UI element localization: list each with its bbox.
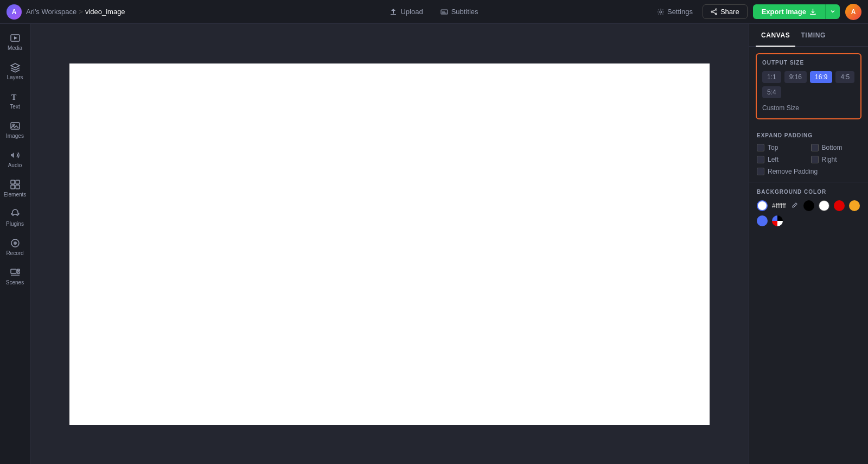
color-edit-button[interactable]	[790, 201, 799, 210]
breadcrumb: Ari's Workspace > video_image	[26, 8, 125, 16]
svg-line-8	[713, 12, 716, 13]
project-name[interactable]: video_image	[85, 8, 125, 16]
padding-left-label: Left	[768, 156, 778, 163]
background-color-section: BACKGROUND COLOR #ffffff	[749, 182, 868, 233]
sidebar-item-record-label: Record	[6, 250, 23, 256]
settings-icon	[657, 8, 665, 16]
svg-point-6	[711, 11, 713, 12]
sidebar-item-record[interactable]: Record	[2, 233, 28, 260]
padding-left[interactable]: Left	[757, 156, 807, 163]
color-row: #ffffff	[757, 200, 860, 226]
padding-right-checkbox[interactable]	[811, 156, 819, 163]
svg-line-7	[713, 10, 716, 11]
color-swatch-black[interactable]	[803, 200, 814, 211]
size-btn-4-5[interactable]: 4:5	[835, 71, 854, 83]
size-btn-1-1[interactable]: 1:1	[762, 71, 781, 83]
custom-size-button[interactable]: Custom Size	[762, 103, 799, 113]
color-swatch-yellow[interactable]	[849, 200, 860, 211]
svg-rect-22	[17, 272, 20, 274]
subtitles-icon	[441, 8, 448, 16]
sidebar-item-layers-label: Layers	[7, 74, 23, 80]
output-size-label: OUTPUT SIZE	[762, 60, 855, 66]
size-buttons: 1:1 9:16 16:9 4:5 5:4	[762, 71, 855, 98]
size-btn-9-16[interactable]: 9:16	[784, 71, 807, 83]
sidebar-item-scenes-label: Scenes	[6, 279, 24, 285]
plugins-icon	[10, 208, 21, 219]
svg-rect-21	[17, 269, 20, 271]
sidebar-item-audio-label: Audio	[8, 162, 22, 168]
padding-grid: Top Bottom Left Right	[757, 144, 860, 163]
record-icon	[10, 238, 21, 249]
settings-button[interactable]: Settings	[653, 5, 697, 18]
svg-marker-10	[14, 36, 17, 40]
sidebar-item-audio[interactable]: Audio	[2, 145, 28, 173]
sidebar-item-text-label: Text	[10, 104, 20, 110]
topbar-center: Upload Subtitles	[385, 5, 482, 18]
padding-top-checkbox[interactable]	[757, 144, 764, 151]
export-button-group: Export Image	[753, 4, 840, 19]
layers-icon	[10, 62, 21, 73]
color-swatch-blue[interactable]	[757, 215, 768, 226]
padding-bottom-checkbox[interactable]	[811, 144, 819, 151]
sidebar-item-images[interactable]: Images	[2, 116, 28, 143]
size-btn-5-4[interactable]: 5:4	[762, 86, 781, 98]
export-image-button[interactable]: Export Image	[753, 4, 825, 19]
svg-rect-20	[11, 269, 16, 274]
share-button[interactable]: Share	[703, 4, 748, 19]
remove-padding[interactable]: Remove Padding	[757, 168, 860, 175]
active-color-swatch[interactable]	[757, 200, 768, 211]
workspace-link[interactable]: Ari's Workspace	[26, 8, 76, 16]
export-icon	[809, 8, 816, 15]
sidebar-item-scenes[interactable]: Scenes	[2, 263, 28, 290]
tab-canvas[interactable]: CANVAS	[756, 24, 795, 47]
upload-icon	[390, 8, 397, 16]
canvas-frame[interactable]	[69, 63, 710, 425]
remove-padding-checkbox[interactable]	[757, 168, 764, 175]
sidebar: Media Layers T Text Images	[0, 24, 30, 464]
upload-button[interactable]: Upload	[385, 5, 427, 18]
output-size-section: OUTPUT SIZE 1:1 9:16 16:9 4:5 5:4 Custom…	[756, 53, 861, 119]
padding-right-label: Right	[822, 156, 837, 163]
padding-left-checkbox[interactable]	[757, 156, 764, 163]
export-dropdown-button[interactable]	[825, 4, 840, 19]
color-swatch-white[interactable]	[819, 200, 829, 211]
main-area: Media Layers T Text Images	[0, 24, 868, 464]
expand-padding-section: EXPAND PADDING Top Bottom Left Right	[749, 126, 868, 182]
svg-rect-16	[11, 185, 15, 189]
panel-tabs: CANVAS TIMING	[749, 24, 868, 47]
color-swatch-multi[interactable]	[772, 215, 783, 226]
svg-rect-15	[16, 180, 20, 184]
color-hex-value: #ffffff	[772, 202, 786, 209]
tab-timing[interactable]: TIMING	[795, 24, 831, 47]
sidebar-item-text[interactable]: T Text	[2, 87, 28, 114]
sidebar-item-plugins[interactable]: Plugins	[2, 204, 28, 231]
sidebar-item-media[interactable]: Media	[2, 28, 28, 55]
user-avatar[interactable]: A	[845, 4, 861, 20]
padding-bottom[interactable]: Bottom	[811, 144, 861, 151]
chevron-down-icon	[830, 9, 835, 14]
sidebar-item-layers[interactable]: Layers	[2, 58, 28, 85]
audio-icon	[10, 150, 21, 161]
padding-bottom-label: Bottom	[822, 144, 843, 151]
pencil-icon	[792, 202, 798, 208]
svg-point-3	[660, 11, 662, 13]
color-swatch-red[interactable]	[834, 200, 845, 211]
media-icon	[10, 33, 21, 43]
text-icon: T	[10, 91, 21, 102]
sidebar-item-elements[interactable]: Elements	[2, 175, 28, 202]
sidebar-item-images-label: Images	[6, 133, 24, 139]
workspace-logo[interactable]: A	[7, 4, 22, 20]
size-btn-16-9[interactable]: 16:9	[810, 71, 832, 83]
svg-text:T: T	[11, 93, 17, 101]
padding-top[interactable]: Top	[757, 144, 807, 151]
elements-icon	[10, 179, 21, 190]
padding-right[interactable]: Right	[811, 156, 861, 163]
sidebar-item-media-label: Media	[8, 45, 22, 51]
svg-rect-17	[16, 185, 20, 189]
svg-point-13	[12, 124, 14, 126]
svg-point-4	[715, 9, 717, 10]
subtitles-button[interactable]: Subtitles	[436, 5, 483, 18]
sidebar-item-plugins-label: Plugins	[6, 221, 24, 227]
svg-point-5	[715, 13, 717, 15]
scenes-icon	[10, 267, 21, 278]
